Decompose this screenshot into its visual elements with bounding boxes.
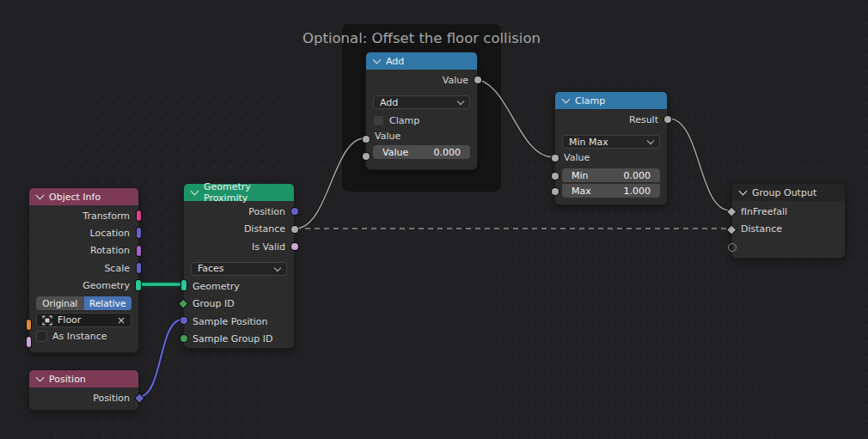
node-math-add[interactable]: Add Value Add Clamp Value Value 0.000 <box>365 52 478 170</box>
input-row-value: Value <box>555 149 667 166</box>
math-operation-dropdown[interactable]: Add <box>373 95 470 109</box>
wire-clamp-to-output-outline <box>669 119 730 210</box>
socket-in-value-1[interactable] <box>363 136 370 143</box>
socket-in-virtual[interactable] <box>728 243 737 252</box>
input-row-distance: Distance <box>732 221 845 239</box>
node-header-object-info[interactable]: Object Info <box>29 188 138 205</box>
node-header-add[interactable]: Add <box>366 52 477 70</box>
object-data-icon <box>42 315 52 326</box>
output-row-result: Result <box>555 111 667 128</box>
socket-in-value[interactable] <box>552 155 559 162</box>
input-row-sample-group-id: Sample Group ID <box>184 331 294 349</box>
node-header-clamp[interactable]: Clamp <box>555 92 667 109</box>
node-title: Geometry Proximity <box>204 181 286 204</box>
collapse-chevron-icon[interactable] <box>739 186 748 195</box>
input-row-sample-position: Sample Position <box>184 313 294 331</box>
socket-out-is-valid[interactable] <box>291 243 298 250</box>
wire-position-outline <box>138 320 182 397</box>
node-title: Group Output <box>752 187 816 198</box>
clear-object-icon[interactable]: × <box>117 314 125 326</box>
output-row-distance: Distance <box>184 221 294 239</box>
socket-out-position[interactable] <box>291 208 298 215</box>
clamp-checkbox-label: Clamp <box>389 115 419 126</box>
socket-out-transform[interactable] <box>137 210 141 221</box>
output-row-position: Position <box>29 389 138 406</box>
output-row-rotation: Rotation <box>29 242 138 259</box>
as-instance-label: As Instance <box>52 331 107 342</box>
original-button[interactable]: Original <box>36 296 84 310</box>
max-number-field[interactable]: Max 1.000 <box>562 184 660 198</box>
socket-out-geometry[interactable] <box>136 280 141 290</box>
socket-out-value[interactable] <box>474 76 481 83</box>
collapse-chevron-icon[interactable] <box>36 373 45 381</box>
node-group-output[interactable]: Group Output fInFreefall Distance <box>731 183 846 259</box>
input-row-finfreefall: fInFreefall <box>732 203 845 221</box>
dropdown-chevron-icon <box>457 98 464 105</box>
node-header-geometry-proximity[interactable]: Geometry Proximity <box>184 184 294 201</box>
collapse-chevron-icon[interactable] <box>191 186 199 195</box>
socket-in-max[interactable] <box>552 188 559 195</box>
socket-in-value-2[interactable] <box>363 153 370 160</box>
collapse-chevron-icon[interactable] <box>373 55 382 64</box>
input-row-value: Value <box>366 128 477 143</box>
transform-space-toggle: Original Relative <box>36 296 131 310</box>
wire-position-to-sample <box>138 320 182 397</box>
socket-in-sample-position[interactable] <box>180 317 187 324</box>
socket-out-scale[interactable] <box>137 263 141 273</box>
output-row-value: Value <box>366 71 477 88</box>
collapse-chevron-icon[interactable] <box>562 95 571 103</box>
output-row-geometry: Geometry <box>29 277 138 294</box>
socket-in-min[interactable] <box>552 173 559 180</box>
socket-in-object[interactable] <box>27 320 31 330</box>
input-row-geometry: Geometry <box>184 277 294 296</box>
node-header-group-output[interactable]: Group Output <box>732 184 845 201</box>
node-title: Add <box>386 56 404 67</box>
input-row-group-id: Group ID <box>184 295 294 313</box>
target-element-dropdown[interactable]: Faces <box>191 262 287 276</box>
socket-out-result[interactable] <box>664 116 671 123</box>
clamp-checkbox-row: Clamp <box>373 115 470 126</box>
output-row-transform: Transform <box>29 207 138 224</box>
output-row-location: Location <box>29 224 138 241</box>
value-number-field[interactable]: Value 0.000 <box>373 145 470 159</box>
output-row-scale: Scale <box>29 259 138 277</box>
node-geometry-proximity[interactable]: Geometry Proximity Position Distance Is … <box>183 183 295 349</box>
socket-in-geometry[interactable] <box>181 280 186 290</box>
dropdown-chevron-icon <box>647 137 654 144</box>
node-header-position[interactable]: Position <box>29 370 138 387</box>
wire-clamp-to-output <box>669 119 730 210</box>
output-row-is-valid: Is Valid <box>184 238 294 256</box>
socket-out-distance[interactable] <box>291 226 298 233</box>
node-position[interactable]: Position Position <box>28 369 139 411</box>
as-instance-row: As Instance <box>36 331 131 342</box>
socket-in-as-instance[interactable] <box>27 337 31 347</box>
object-name: Floor <box>58 314 112 326</box>
relative-button[interactable]: Relative <box>84 296 132 310</box>
socket-out-rotation[interactable] <box>137 246 141 256</box>
as-instance-checkbox[interactable] <box>36 331 47 342</box>
socket-in-sample-group-id[interactable] <box>180 335 187 342</box>
object-picker-field[interactable]: Floor × <box>36 313 131 327</box>
collapse-chevron-icon[interactable] <box>36 191 45 199</box>
node-clamp[interactable]: Clamp Result Min Max Value Min 0.000 Max… <box>554 91 668 205</box>
node-title: Position <box>49 374 86 385</box>
node-title: Clamp <box>575 95 605 107</box>
clamp-checkbox[interactable] <box>373 115 384 126</box>
min-number-field[interactable]: Min 0.000 <box>562 168 660 182</box>
frame-label: Optional: Offset the floor collision <box>303 30 541 46</box>
node-object-info[interactable]: Object Info Transform Location Rotation … <box>28 187 139 353</box>
clamp-mode-dropdown[interactable]: Min Max <box>562 135 660 149</box>
output-row-position: Position <box>184 203 294 221</box>
node-title: Object Info <box>49 192 101 203</box>
dropdown-chevron-icon <box>274 265 281 271</box>
socket-out-location[interactable] <box>137 228 141 238</box>
